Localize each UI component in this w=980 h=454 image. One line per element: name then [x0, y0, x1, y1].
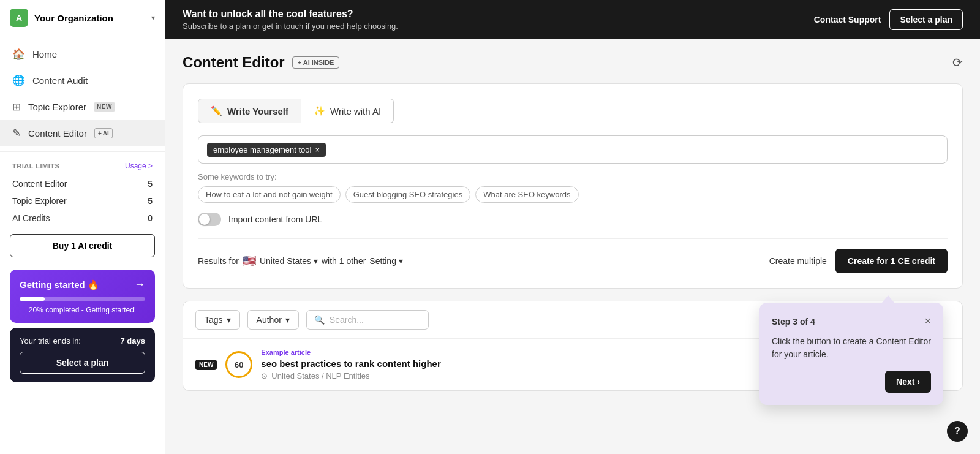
trial-text: Your trial ends in: — [20, 336, 81, 346]
trial-limits-header: TRIAL LIMITS Usage > — [0, 157, 165, 175]
sidebar-item-home[interactable]: 🏠 Home — [0, 41, 165, 67]
sidebar-item-topic-explorer[interactable]: ⊞ Topic Explorer NEW — [0, 94, 165, 120]
results-for-text: Results for — [198, 256, 239, 266]
org-name: Your Organization — [34, 13, 145, 23]
editor-icon: ✎ — [12, 127, 21, 140]
tooltip-card: Step 3 of 4 × Click the button to create… — [760, 303, 943, 405]
page-title-row: Content Editor + AI INSIDE — [183, 54, 339, 71]
sidebar-item-topic-explorer-label: Topic Explorer — [28, 102, 86, 112]
author-filter-button[interactable]: Author ▾ — [247, 310, 299, 330]
page-title: Content Editor — [183, 54, 285, 71]
keyword-chip: employee management tool × — [207, 143, 326, 157]
editor-card: ✏️ Write Yourself ✨ Write with AI employ… — [183, 83, 963, 289]
getting-started-card[interactable]: Getting started 🔥 → 20% completed - Gett… — [10, 270, 155, 323]
limit-content-editor: Content Editor 5 — [0, 175, 165, 192]
page-header: Content Editor + AI INSIDE ⟳ — [183, 54, 963, 71]
search-icon: 🔍 — [314, 315, 325, 325]
suggestions-label: Some keywords to try: — [198, 172, 948, 181]
setting-selector[interactable]: Setting ▾ — [369, 256, 403, 266]
suggestion-chip-0[interactable]: How to eat a lot and not gain weight — [198, 186, 341, 203]
editor-bottom-row: Results for 🇺🇸 United States ▾ with 1 ot… — [198, 238, 948, 273]
suggestion-chips: How to eat a lot and not gain weight Gue… — [198, 186, 948, 203]
tab-write-yourself-label: Write Yourself — [227, 106, 288, 116]
sidebar-item-content-audit[interactable]: 🌐 Content Audit — [0, 67, 165, 94]
import-toggle[interactable] — [198, 213, 221, 226]
limit-topic-explorer-label: Topic Explorer — [12, 196, 67, 206]
tooltip-next-button[interactable]: Next › — [885, 371, 931, 393]
select-plan-banner-button[interactable]: Select a plan — [889, 9, 963, 30]
new-badge: NEW — [94, 102, 115, 112]
right-actions: Create multiple Create for 1 CE credit — [769, 249, 948, 273]
sidebar-item-content-editor-label: Content Editor — [28, 128, 87, 138]
suggestion-chip-1[interactable]: Guest blogging SEO strategies — [345, 186, 471, 203]
buy-ai-credit-button[interactable]: Buy 1 AI credit — [10, 234, 155, 257]
trial-limits-label: TRIAL LIMITS — [12, 162, 59, 170]
create-multiple-link[interactable]: Create multiple — [769, 256, 827, 266]
progress-bar-fill — [20, 297, 45, 301]
ai-plus-icon: + — [98, 130, 102, 137]
toggle-knob — [199, 214, 210, 225]
chip-close-icon[interactable]: × — [315, 145, 320, 154]
write-tabs: ✏️ Write Yourself ✨ Write with AI — [198, 99, 948, 123]
getting-started-label: 20% completed - Getting started! — [20, 306, 145, 314]
trial-card: Your trial ends in: 7 days Select a plan — [10, 328, 155, 382]
article-meta-text: United States / NLP Entities — [271, 371, 369, 380]
select-plan-button-sidebar[interactable]: Select a plan — [20, 352, 145, 374]
limit-ai-credits: AI Credits 0 — [0, 210, 165, 227]
sidebar-item-home-label: Home — [32, 49, 57, 59]
org-avatar: A — [10, 9, 28, 27]
ai-inside-badge: + AI INSIDE — [292, 56, 340, 69]
tab-write-ai-label: Write with AI — [330, 106, 381, 116]
progress-bar-background — [20, 297, 145, 301]
getting-started-arrow-icon: → — [134, 278, 145, 291]
usage-link[interactable]: Usage > — [125, 162, 153, 170]
limit-content-editor-label: Content Editor — [12, 179, 67, 189]
ai-write-icon: ✨ — [314, 105, 325, 116]
country-chevron-icon: ▾ — [314, 256, 318, 266]
tab-write-ai[interactable]: ✨ Write with AI — [301, 99, 394, 123]
getting-started-header: Getting started 🔥 → — [20, 278, 145, 291]
setting-prefix: with 1 other — [322, 256, 366, 266]
setting-chevron-icon: ▾ — [399, 256, 403, 266]
location-icon: ⊙ — [261, 371, 268, 380]
search-box[interactable]: 🔍 Search... — [306, 310, 429, 330]
sidebar-item-content-audit-label: Content Audit — [32, 75, 88, 86]
create-ce-button[interactable]: Create for 1 CE credit — [835, 249, 948, 273]
contact-support-link[interactable]: Contact Support — [814, 15, 881, 25]
trial-info-row: Your trial ends in: 7 days — [20, 336, 145, 346]
limit-content-editor-count: 5 — [148, 179, 153, 189]
tags-chevron-icon: ▾ — [227, 315, 231, 325]
setting-label: Setting — [369, 256, 396, 266]
suggestion-chip-2[interactable]: What are SEO keywords — [475, 186, 578, 203]
tooltip-step: Step 3 of 4 — [772, 317, 815, 327]
getting-started-title: Getting started 🔥 — [20, 279, 99, 290]
top-banner: Want to unlock all the cool features? Su… — [165, 0, 980, 39]
tooltip-header: Step 3 of 4 × — [772, 315, 931, 328]
article-new-badge: NEW — [195, 360, 217, 370]
limit-topic-explorer-count: 5 — [148, 196, 153, 206]
banner-text: Want to unlock all the cool features? Su… — [183, 9, 398, 31]
keyword-chip-text: employee management tool — [213, 145, 311, 154]
sidebar-divider — [0, 151, 165, 152]
score-container: 60 — [225, 351, 252, 378]
home-icon: 🏠 — [12, 48, 25, 61]
tooltip-text: Click the button to create a Content Edi… — [772, 335, 931, 361]
tooltip-close-icon[interactable]: × — [924, 315, 931, 328]
pencil-icon: ✏️ — [211, 105, 222, 116]
tab-write-yourself[interactable]: ✏️ Write Yourself — [198, 99, 301, 123]
keyword-input-area[interactable]: employee management tool × — [198, 135, 948, 164]
tags-filter-button[interactable]: Tags ▾ — [195, 310, 240, 330]
country-selector[interactable]: United States ▾ — [260, 256, 318, 266]
help-bubble[interactable]: ? — [947, 421, 968, 442]
refresh-icon[interactable]: ⟳ — [952, 55, 963, 70]
country-name: United States — [260, 256, 311, 266]
results-for-row: Results for 🇺🇸 United States ▾ with 1 ot… — [198, 254, 403, 268]
ai-badge: + AI — [94, 128, 113, 138]
grid-icon: ⊞ — [12, 100, 21, 113]
org-selector[interactable]: A Your Organization ▾ — [0, 0, 165, 36]
globe-icon: 🌐 — [12, 74, 25, 87]
banner-actions: Contact Support Select a plan — [814, 9, 963, 30]
sidebar-item-content-editor[interactable]: ✎ Content Editor + AI — [0, 120, 165, 146]
us-flag-icon: 🇺🇸 — [243, 254, 256, 268]
tooltip-arrow — [882, 295, 894, 303]
